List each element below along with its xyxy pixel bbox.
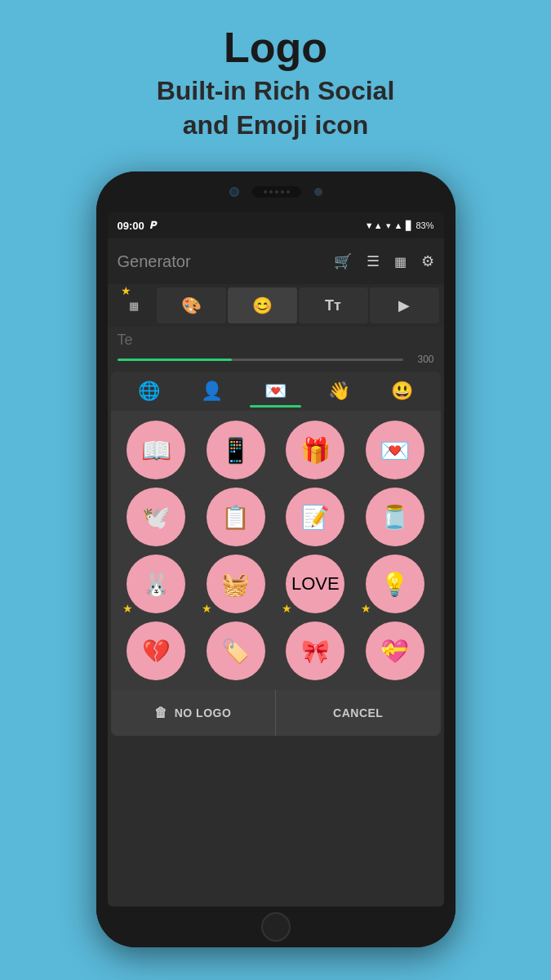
icon-cell-3: 🎁 [280, 421, 352, 479]
tab-bar-wrapper: ★ ▦ 🎨 😊 Tт ▶ [108, 284, 444, 327]
text-row: Te [108, 327, 444, 350]
icon-cell-15: 🎀 [280, 621, 352, 680]
signal-icon: ▼▲ [365, 220, 383, 230]
icon-cell-4: 💌 [359, 421, 431, 479]
star-12: ★ [361, 602, 371, 615]
icon-cell-13: 💔 [121, 621, 193, 680]
icon-heart-tag[interactable]: 🏷️ [207, 621, 265, 680]
slider-fill [118, 359, 232, 361]
icon-cell-10: 🧺 ★ [200, 555, 272, 613]
cat-tab-love[interactable]: 💌 [244, 376, 308, 406]
emoji-tab-icon: 😊 [252, 296, 273, 315]
smile-emoji: 😃 [391, 381, 413, 402]
cart-icon[interactable]: 🛒 [334, 252, 352, 270]
love-emoji: 💌 [264, 381, 287, 402]
icon-cell-8: 🫙 [359, 488, 431, 546]
icon-jar[interactable]: 🫙 [366, 488, 424, 546]
camera-dot [314, 188, 322, 196]
tab-bar: ▦ 🎨 😊 Tт ▶ [108, 284, 444, 327]
icon-cell-16: 💝 [359, 621, 431, 680]
icon-cell-6: 📋 [200, 488, 272, 546]
play-tab-icon: ▶ [398, 296, 410, 314]
icon-love-envelope-img: LOVE [291, 573, 340, 595]
icon-cell-2: 📱 [200, 421, 272, 479]
wifi-icon: ▾ [386, 220, 391, 231]
icon-rabbit[interactable]: 🐰 [127, 555, 185, 613]
toolbar-icons: 🛒 ☰ ▦ ⚙ [334, 252, 434, 270]
icon-love-letter[interactable]: 💌 [366, 421, 424, 479]
phone-frame: 09:00 𝙋 ▼▲ ▾ ▲ ▊ 83% Generator 🛒 ☰ ▦ ⚙ [96, 172, 455, 947]
icon-cell-7: 📝 [280, 488, 352, 546]
category-tabs: 🌐 👤 💌 👋 😃 [111, 372, 441, 411]
tab-text[interactable]: Tт [299, 287, 368, 323]
status-time-area: 09:00 𝙋 [118, 219, 156, 232]
cancel-button[interactable]: CANCEL [275, 690, 441, 736]
phone-bottom-bezel [96, 906, 455, 947]
carrier-icon: 𝙋 [149, 219, 156, 232]
content-area: Te 300 🌐 👤 💌 [108, 327, 444, 736]
icon-phone-heart-img: 📱 [220, 436, 251, 465]
icon-gift-heart-img: 🎀 [301, 638, 330, 665]
icon-bucket[interactable]: 🧺 [207, 555, 265, 613]
icon-bucket-img: 🧺 [221, 571, 250, 598]
icon-gift-box[interactable]: 🎁 [286, 421, 344, 479]
qr-tab-icon: ▦ [129, 300, 139, 312]
icon-heart-envelope[interactable]: 💝 [366, 621, 424, 680]
list-icon[interactable]: ☰ [367, 252, 380, 270]
icon-doves-img: 🕊️ [142, 504, 171, 531]
icon-certificate-img: 📋 [221, 504, 250, 531]
icon-book-heart[interactable]: 📖 [127, 421, 185, 479]
icon-gift-box-img: 🎁 [300, 436, 331, 465]
no-logo-button[interactable]: 🗑 NO LOGO [111, 690, 276, 736]
icon-gift-heart[interactable]: 🎀 [286, 621, 344, 680]
slider-row: 300 [108, 350, 444, 368]
icon-cell-11: LOVE ★ [280, 555, 352, 613]
cat-tab-globe[interactable]: 🌐 [118, 376, 181, 406]
cat-tab-smile[interactable]: 😃 [371, 376, 434, 406]
icon-cell-12: 💡 ★ [359, 555, 431, 613]
tab-qr[interactable]: ▦ [113, 287, 155, 323]
tab-play[interactable]: ▶ [370, 287, 439, 323]
text-tab-icon: Tт [325, 297, 341, 314]
icon-doves[interactable]: 🕊️ [127, 488, 185, 546]
star-10: ★ [202, 602, 212, 615]
icon-note-heart[interactable]: 📝 [286, 488, 344, 546]
icon-cell-1: 📖 [121, 421, 193, 479]
icon-heart-tag-img: 🏷️ [221, 638, 250, 665]
front-camera [229, 187, 239, 197]
speaker-grill [252, 186, 301, 198]
cat-tab-person[interactable]: 👤 [180, 376, 244, 406]
icon-jar-img: 🫙 [380, 504, 409, 531]
icon-love-envelope[interactable]: LOVE [286, 555, 344, 613]
slider-track[interactable] [118, 359, 403, 361]
settings-icon[interactable]: ⚙ [421, 252, 434, 270]
icon-broken-heart[interactable]: 💔 [127, 621, 185, 680]
globe-emoji: 🌐 [138, 381, 160, 402]
favorite-star: ★ [121, 284, 131, 297]
tab-paint[interactable]: 🎨 [157, 287, 226, 323]
phone-top-bezel [96, 172, 455, 212]
battery-icon: ▊ [406, 220, 412, 231]
slider-value: 300 [410, 354, 434, 365]
icon-certificate[interactable]: 📋 [207, 488, 265, 546]
icon-note-heart-img: 📝 [301, 504, 330, 531]
tab-emoji[interactable]: 😊 [228, 287, 297, 323]
icon-love-letter-img: 💌 [380, 436, 410, 465]
home-button[interactable] [261, 912, 291, 942]
icon-phone-heart[interactable]: 📱 [207, 421, 265, 479]
app-subtitle: Built-in Rich Socialand Emoji icon [0, 74, 551, 142]
bottom-buttons: 🗑 NO LOGO CANCEL [111, 690, 441, 736]
qr-icon[interactable]: ▦ [394, 254, 407, 270]
cat-tab-wave[interactable]: 👋 [307, 376, 371, 406]
trash-icon: 🗑 [154, 706, 168, 720]
status-icons: ▼▲ ▾ ▲ ▊ 83% [365, 220, 434, 231]
status-bar: 09:00 𝙋 ▼▲ ▾ ▲ ▊ 83% [108, 212, 444, 238]
status-time: 09:00 [118, 220, 144, 232]
star-11: ★ [282, 602, 292, 615]
icon-book-heart-img: 📖 [141, 436, 171, 465]
icon-heart-bulb[interactable]: 💡 [366, 555, 424, 613]
icon-heart-envelope-img: 💝 [380, 638, 409, 665]
icon-cell-9: 🐰 ★ [121, 555, 193, 613]
phone-screen: 09:00 𝙋 ▼▲ ▾ ▲ ▊ 83% Generator 🛒 ☰ ▦ ⚙ [108, 212, 444, 906]
app-toolbar: Generator 🛒 ☰ ▦ ⚙ [108, 238, 444, 284]
